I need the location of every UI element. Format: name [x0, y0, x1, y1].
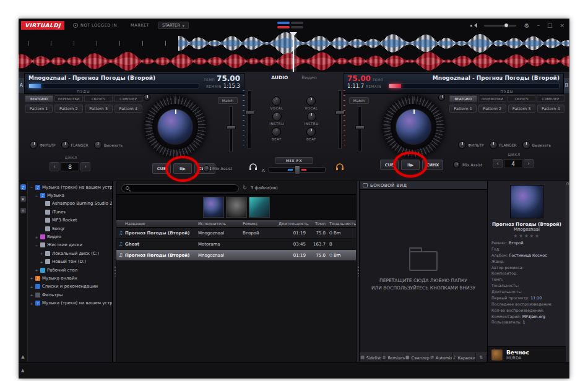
deck-b-pitch-slider[interactable] — [358, 106, 361, 152]
deck-b-sync-button[interactable]: СИНХ — [422, 160, 443, 170]
deck-a-jog-wheel[interactable] — [144, 96, 206, 158]
table-row[interactable]: Прогноз Погоды (Второй) Mnogoznaal Второ… — [116, 228, 356, 239]
tree-item-itunes[interactable]: iTunes — [28, 208, 112, 216]
pad-tab-beatgrid[interactable]: BEATGRID — [449, 95, 477, 102]
crossfader[interactable] — [269, 167, 326, 173]
pattern-2-button[interactable]: Pattern 2 — [54, 105, 82, 113]
deck-b-match-button[interactable]: Match — [349, 97, 369, 104]
deck-a-beat-knob[interactable] — [272, 127, 281, 137]
collapse-icon[interactable] — [35, 194, 38, 198]
tree-item-drives[interactable]: Жесткие диски — [28, 241, 112, 249]
tree-item-songr[interactable]: Songr — [28, 225, 112, 233]
tree-item-device-music[interactable]: Музыка (треки) на вашем устройстве — [28, 183, 112, 191]
pad-tab-scratch[interactable]: СКРЭТЧ — [84, 95, 113, 102]
deck-a-pitch-slider[interactable] — [229, 106, 233, 152]
tree-item-online-music[interactable]: Музыка онлайн — [28, 274, 112, 282]
deck-a-cue-gain-knob[interactable] — [144, 94, 150, 101]
column-duration[interactable]: Длительность — [279, 221, 309, 226]
sidelist-button[interactable]: Sidelist — [360, 353, 383, 362]
pad-tab-sampler[interactable]: СЭМПЛЕР — [114, 95, 142, 102]
flanger-knob[interactable] — [61, 141, 69, 149]
rating-stars[interactable]: ★★★★★ — [513, 233, 540, 239]
deck-a-vocal-knob[interactable] — [272, 96, 281, 106]
mix-fx-button[interactable]: MIX FX — [275, 157, 313, 164]
mix-assist-knob[interactable] — [203, 165, 210, 172]
filter-icon[interactable] — [20, 208, 26, 213]
column-name[interactable]: Название — [125, 221, 198, 226]
pattern-4-button[interactable]: Pattern 4 — [115, 105, 142, 113]
tab-audio[interactable]: AUDIO — [271, 75, 288, 80]
deck-a-volume-fader[interactable] — [248, 90, 251, 149]
login-status[interactable]: NOT LOGGED IN — [80, 23, 117, 28]
market-link[interactable]: MARKET — [131, 23, 149, 28]
remixes-button[interactable]: Remixes — [383, 353, 405, 362]
expand-icon[interactable] — [30, 293, 33, 297]
pad-tab-beatgrid[interactable]: BEATGRID — [25, 95, 53, 102]
loop-half-button[interactable]: ‹ — [50, 162, 59, 171]
tree-item-ashampoo[interactable]: Ashampoo Burning Studio 2019 — [28, 200, 112, 208]
expand-icon[interactable] — [30, 276, 33, 280]
folders-icon[interactable] — [20, 184, 26, 190]
column-tempo[interactable]: Темп — [309, 221, 329, 226]
expand-icon[interactable] — [40, 260, 43, 264]
deck-a-progress-bar[interactable] — [28, 83, 199, 88]
next-track-bar[interactable]: Вечнос MURDA — [488, 346, 566, 362]
expand-icon[interactable] — [35, 235, 38, 239]
license-dropdown[interactable]: STARTER — [158, 22, 189, 29]
deck-b-pitch-handle[interactable] — [355, 126, 365, 129]
album-thumbnail[interactable] — [226, 197, 247, 218]
deck-a-match-button[interactable]: Match — [218, 97, 238, 104]
cut-knob[interactable] — [94, 141, 102, 149]
scroll-up-icon[interactable]: ▲ — [21, 368, 24, 373]
tree-item-mp3rocket[interactable]: MP3 Rocket — [28, 216, 112, 225]
collapse-icon[interactable] — [35, 243, 38, 247]
deck-b-mix-assist[interactable]: Mix Assist — [453, 161, 482, 168]
deck-b-cue-gain-knob[interactable] — [438, 94, 445, 101]
tree-item-desktop[interactable]: Рабочий стол — [28, 266, 112, 274]
deck-b-cue-button[interactable]: CUE — [380, 160, 399, 170]
tree-item-video[interactable]: Видео — [28, 233, 112, 241]
deck-a-instru-knob[interactable] — [272, 112, 282, 121]
crossfader-handle[interactable] — [295, 165, 300, 174]
headphone-cue-b-icon[interactable] — [335, 163, 344, 171]
expand-icon[interactable] — [30, 301, 33, 306]
album-thumbnail[interactable] — [249, 197, 270, 218]
table-row-selected[interactable]: Прогноз Погоды (Второй) Mnogoznaal 01:19… — [116, 250, 356, 261]
deck-a-cue-button[interactable]: CUE — [152, 163, 171, 174]
deck-b-play-button[interactable]: II▶ — [401, 160, 420, 170]
expand-icon[interactable] — [35, 268, 38, 272]
scroll-up-icon[interactable]: ▲ — [21, 354, 24, 359]
pattern-3-button[interactable]: Pattern 3 — [508, 105, 535, 113]
column-artist[interactable]: Исполнитель — [198, 221, 243, 226]
tree-item-music[interactable]: Музыка — [28, 191, 112, 199]
loop-double-button[interactable]: › — [524, 159, 534, 168]
sampler-button[interactable]: Сэмплер — [405, 353, 430, 362]
table-row[interactable]: Ghost Motorama 03:45 163.7 B — [116, 239, 356, 250]
album-thumbnail[interactable] — [203, 197, 224, 218]
tree-item-disk-c[interactable]: Локальный диск (C:) — [28, 249, 112, 257]
tree-item-device-music-2[interactable]: Музыка (треки) на вашем устройстве (1) — [28, 299, 112, 307]
magnet-icon[interactable]: ∩ — [566, 181, 569, 362]
expand-icon[interactable] — [40, 251, 43, 255]
tab-video[interactable]: Видео — [301, 75, 316, 80]
collapse-icon[interactable] — [30, 185, 33, 189]
expand-icon[interactable] — [30, 285, 33, 289]
volume-knob[interactable] — [504, 23, 509, 28]
pattern-2-button[interactable]: Pattern 2 — [478, 105, 506, 113]
maximize-button[interactable]: □ — [547, 22, 553, 28]
mix-assist-knob[interactable] — [453, 161, 460, 168]
deck-a-mix-assist[interactable]: Mix Assist — [203, 165, 232, 172]
search-box[interactable] — [121, 184, 239, 192]
deck-b-vocal-knob[interactable] — [306, 96, 316, 106]
pattern-1-button[interactable]: Pattern 1 — [25, 105, 53, 113]
scrollbar[interactable]: ∩ — [566, 181, 569, 362]
column-key[interactable]: Тональность — [329, 221, 356, 226]
close-button[interactable]: × — [560, 22, 564, 28]
master-volume-slider[interactable] — [484, 25, 516, 27]
pad-tab-sampler[interactable]: СЭМПЛЕР — [537, 95, 564, 102]
deck-b-volume-fader[interactable] — [338, 90, 342, 149]
sideview-drop-zone[interactable]: ПЕРЕТАЩИТЕ СЮДА ЛЮБУЮ ПАПКУ ИЛИ ВОСПОЛЬЗ… — [360, 190, 487, 353]
gear-icon[interactable]: ⚙ — [524, 22, 529, 29]
loop-half-button[interactable]: ‹ — [493, 159, 503, 168]
favorites-icon[interactable] — [20, 196, 26, 202]
